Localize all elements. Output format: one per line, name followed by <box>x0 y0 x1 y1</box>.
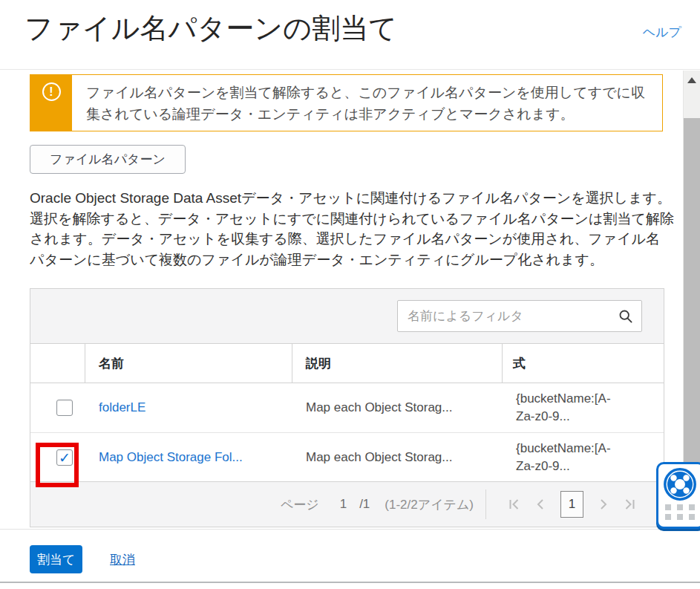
pagination-items-summary: (1-2/2アイテム) <box>385 496 474 513</box>
row1-checkbox-cell <box>30 400 85 416</box>
row2-checkbox-cell <box>30 449 85 466</box>
page-number-box[interactable]: 1 <box>560 491 583 518</box>
assign-button[interactable]: 割当て <box>30 545 82 573</box>
row2-expression-cell: {bucketName:[A- Za-z0-9... <box>503 440 664 475</box>
help-widget-button[interactable] <box>656 462 700 529</box>
pagination-current-page: 1 <box>340 497 347 512</box>
row2-expression-line1: {bucketName:[A- <box>516 440 664 458</box>
page-title: ファイル名パターンの割当て <box>24 10 397 48</box>
pagination-total-pages: /1 <box>359 497 370 512</box>
pagination-bar: ページ 1 /1 (1-2/2アイテム) 1 <box>30 481 664 527</box>
file-name-pattern-button[interactable]: ファイル名パターン <box>30 145 186 174</box>
row2-name-link[interactable]: Map Object Storage Fol... <box>99 450 243 464</box>
row2-name-cell: Map Object Storage Fol... <box>85 450 292 465</box>
row1-name-link[interactable]: folderLE <box>99 400 145 414</box>
next-page-icon[interactable] <box>600 498 608 510</box>
exclamation-circle-icon: ! <box>42 82 61 101</box>
column-header-name: 名前 <box>85 344 292 383</box>
vertical-scrollbar[interactable] <box>683 71 700 529</box>
footer-divider <box>0 529 700 530</box>
pagination-page-label: ページ <box>281 496 319 513</box>
pagination-divider <box>485 489 486 519</box>
row1-name-cell: folderLE <box>85 400 292 415</box>
description-text: Oracle Object Storage Data Assetデータ・アセット… <box>30 188 674 270</box>
filter-by-name-input[interactable] <box>398 301 641 331</box>
row1-expression-line1: {bucketName:[A- <box>516 390 664 408</box>
row2-description-cell: Map each Object Storag... <box>292 450 503 465</box>
scrollbar-thumb[interactable] <box>684 118 700 516</box>
table-header-row: 名前 説明 式 <box>30 343 664 383</box>
row1-checkbox[interactable] <box>56 400 73 416</box>
row2-expression-line2: Za-z0-9... <box>516 458 664 475</box>
column-header-expression: 式 <box>503 344 664 383</box>
warning-banner-accent: ! <box>30 75 72 131</box>
table-row: Map Object Storage Fol... Map each Objec… <box>30 432 664 481</box>
row1-description-cell: Map each Object Storag... <box>292 400 503 415</box>
column-header-select <box>30 344 85 383</box>
drag-grid-icon[interactable] <box>665 504 700 520</box>
previous-page-icon[interactable] <box>536 498 544 510</box>
row2-checkbox[interactable] <box>56 449 73 466</box>
pattern-table: 名前 説明 式 folderLE Map each Object Storag.… <box>30 288 664 527</box>
window-bottom-edge <box>0 582 700 583</box>
scroll-up-arrow-icon[interactable] <box>687 77 696 83</box>
table-filter-bar <box>30 289 664 343</box>
first-page-icon[interactable] <box>508 498 520 510</box>
row1-expression-line2: Za-z0-9... <box>516 408 664 426</box>
help-link[interactable]: ヘルプ <box>643 24 681 41</box>
dialog-header: ファイル名パターンの割当て ヘルプ <box>0 0 700 70</box>
filter-input-container <box>397 300 642 332</box>
warning-banner: ! ファイル名パターンを割当て解除すると、このファイル名パターンを使用してすでに… <box>30 74 663 131</box>
last-page-icon[interactable] <box>624 498 635 510</box>
search-icon[interactable] <box>618 309 633 324</box>
lifebuoy-help-icon <box>663 467 697 501</box>
cancel-link[interactable]: 取消 <box>110 551 135 568</box>
row1-expression-cell: {bucketName:[A- Za-z0-9... <box>503 390 664 426</box>
table-row: folderLE Map each Object Storag... {buck… <box>30 383 664 432</box>
column-header-description: 説明 <box>292 344 503 383</box>
warning-message: ファイル名パターンを割当て解除すると、このファイル名パターンを使用してすでに収集… <box>72 75 662 131</box>
